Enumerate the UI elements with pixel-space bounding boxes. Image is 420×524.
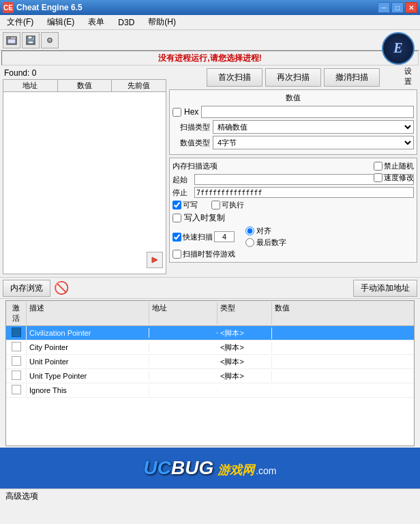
row-checkbox-2[interactable] [12, 356, 21, 366]
row-active-4 [6, 383, 27, 397]
col-header-value: 数值 [58, 80, 112, 91]
table-row[interactable]: Unit Type Pointer <脚本> [6, 369, 414, 383]
fast-scan-label: 快速扫描 [183, 232, 213, 242]
col-value: 数值 [272, 302, 414, 324]
maximize-button[interactable]: □ [391, 2, 404, 13]
svg-rect-2 [7, 39, 16, 44]
forbidden-icon[interactable]: 🚫 [53, 280, 70, 296]
start-label: 起始 [172, 175, 192, 185]
settings-link[interactable]: 设置 [404, 66, 412, 87]
menu-d3d[interactable]: D3D [114, 16, 138, 29]
address-list[interactable] [3, 91, 166, 274]
cheat-table-header: 激活 描述 地址 类型 数值 [6, 301, 414, 326]
fast-scan-checkbox[interactable] [172, 233, 181, 242]
advanced-options-link[interactable]: 高级选项 [5, 491, 38, 502]
row-desc-2: Unit Pointer [27, 357, 149, 366]
save-button[interactable] [22, 32, 40, 48]
last-digit-radio[interactable] [245, 238, 254, 247]
title-bar-left: CE Cheat Engine 6.5 [3, 2, 82, 13]
fast-scan-input[interactable] [214, 231, 235, 242]
executable-checkbox[interactable] [211, 201, 220, 209]
open-process-button[interactable] [3, 32, 20, 48]
row-active-0 [6, 326, 27, 340]
last-digit-label: 最后数字 [256, 237, 286, 248]
menu-help[interactable]: 帮助(H) [144, 15, 180, 29]
no-random-checkbox[interactable] [374, 162, 382, 171]
scan-buttons: 首次扫描 再次扫描 撤消扫描 [169, 68, 417, 87]
row-value-3 [272, 375, 414, 377]
table-row[interactable]: Ignore This [6, 383, 414, 398]
hex-input[interactable] [201, 106, 414, 118]
app-icon: CE [3, 2, 14, 13]
ce-logo: E [382, 32, 415, 65]
table-row[interactable]: Civilization Pointer <脚本> [6, 326, 414, 340]
row-type-1: <脚本> [217, 342, 272, 353]
col-type: 类型 [217, 302, 272, 324]
row-type-3: <脚本> [217, 370, 272, 382]
align-label: 对齐 [256, 226, 271, 236]
next-scan-button[interactable]: 再次扫描 [265, 68, 321, 87]
writable-checkbox[interactable] [172, 201, 181, 209]
row-value-0 [272, 332, 414, 334]
fast-modify-checkbox[interactable] [374, 173, 382, 182]
copy-on-write-label: 写入时复制 [184, 212, 225, 224]
row-desc-0: Civilization Pointer [27, 328, 149, 338]
row-checkbox-4[interactable] [12, 385, 21, 394]
row-active-2 [6, 355, 27, 368]
row-checkbox-3[interactable] [12, 370, 21, 380]
row-desc-3: Unit Type Pointer [27, 371, 149, 381]
uc-text: UC [143, 457, 170, 479]
main-area: Found: 0 地址 数值 先前值 首次扫描 再次扫描 撤消扫描 数值 [0, 66, 420, 277]
menu-table[interactable]: 表单 [84, 15, 108, 29]
first-scan-button[interactable]: 首次扫描 [207, 68, 262, 87]
data-group-title: 数值 [172, 93, 414, 103]
menu-bar: 文件(F) 编辑(E) 表单 D3D 帮助(H) [0, 15, 420, 30]
stop-input[interactable] [194, 187, 414, 198]
row-desc-4: Ignore This [27, 385, 149, 395]
undo-scan-button[interactable]: 撤消扫描 [324, 68, 380, 87]
row-active-1 [6, 340, 27, 354]
row-active-3 [6, 369, 27, 383]
left-panel: Found: 0 地址 数值 先前值 [3, 68, 166, 274]
value-type-row: 数值类型 4字节 [172, 136, 414, 149]
scan-type-select[interactable]: 精确数值 [213, 120, 414, 134]
hex-row: Hex [172, 106, 414, 118]
col-header-address: 地址 [3, 80, 58, 91]
table-row[interactable]: City Pointer <脚本> [6, 340, 414, 355]
bottom-buttons: 内存浏览 🚫 手动添加地址 [0, 277, 420, 299]
memory-browse-button[interactable]: 内存浏览 [3, 280, 50, 297]
move-to-table-button[interactable] [147, 252, 163, 268]
window-title: Cheat Engine 6.5 [16, 3, 82, 12]
executable-label: 可执行 [222, 200, 244, 210]
data-group: 数值 Hex 扫描类型 精确数值 数值类型 4字节 [169, 89, 417, 155]
row-checkbox-1[interactable] [12, 342, 21, 351]
footer: 高级选项 [0, 489, 420, 504]
table-row[interactable]: Unit Pointer <脚本> [6, 355, 414, 369]
hex-label: Hex [184, 107, 198, 117]
manual-add-button[interactable]: 手动添加地址 [353, 280, 417, 297]
row-value-1 [272, 347, 414, 348]
row-desc-1: City Pointer [27, 343, 149, 352]
menu-edit[interactable]: 编辑(E) [43, 15, 78, 29]
value-type-label: 数值类型 [172, 138, 210, 148]
settings-toolbar-button[interactable] [41, 32, 59, 48]
row-checkbox-0[interactable] [12, 328, 21, 337]
svg-rect-4 [28, 36, 32, 39]
title-controls: ─ □ ✕ [378, 2, 417, 13]
svg-marker-8 [152, 257, 158, 263]
align-radio[interactable] [245, 227, 254, 235]
stop-row: 停止 [172, 187, 414, 198]
svg-point-7 [49, 39, 51, 41]
col-address: 地址 [149, 302, 217, 324]
svg-rect-5 [28, 41, 33, 44]
value-type-select[interactable]: 4字节 [213, 136, 414, 149]
col-desc: 描述 [27, 302, 149, 324]
copy-on-write-checkbox[interactable] [172, 214, 181, 222]
close-button[interactable]: ✕ [405, 2, 417, 13]
hex-checkbox[interactable] [172, 108, 181, 117]
row-value-4 [272, 390, 414, 391]
right-panel: 首次扫描 再次扫描 撤消扫描 数值 Hex 扫描类型 精确数值 数值类型 4字节 [169, 68, 417, 274]
pause-game-checkbox[interactable] [172, 250, 181, 259]
menu-file[interactable]: 文件(F) [3, 15, 38, 29]
minimize-button[interactable]: ─ [378, 2, 390, 13]
